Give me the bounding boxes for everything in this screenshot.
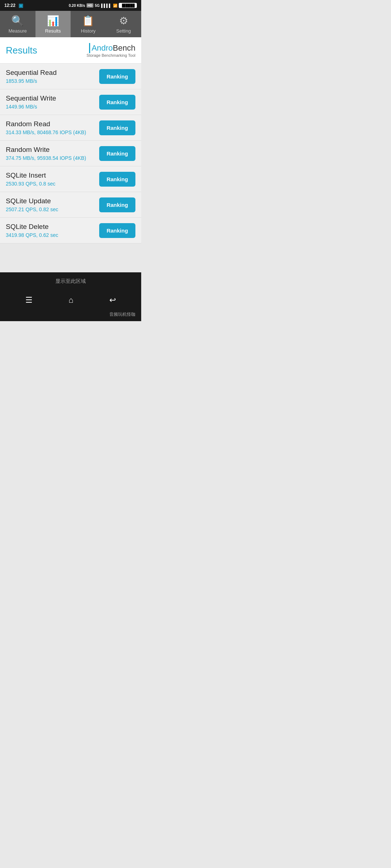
- tab-history-label: History: [81, 28, 96, 34]
- tab-results-label: Results: [45, 28, 61, 34]
- logo: AndroBench Storage Benchmarking Tool: [87, 43, 135, 58]
- result-value: 1449.96 MB/s: [6, 104, 56, 110]
- results-icon: 📊: [47, 16, 59, 26]
- ranking-button-sqlite-delete[interactable]: Ranking: [99, 223, 135, 238]
- result-row-sqlite-update: SQLite Update 2507.21 QPS, 0.82 sec Rank…: [0, 192, 141, 218]
- results-header: Results AndroBench Storage Benchmarking …: [0, 37, 141, 64]
- tab-measure[interactable]: 🔍 Measure: [0, 11, 35, 37]
- bottom-label: 显示至此区域: [0, 272, 141, 290]
- signal-icon: ▌▌▌▌: [101, 4, 111, 8]
- results-title: Results: [6, 45, 37, 56]
- ranking-button-sequential-read[interactable]: Ranking: [99, 69, 135, 84]
- result-value: 1853.95 MB/s: [6, 78, 57, 84]
- ranking-button-sqlite-update[interactable]: Ranking: [99, 197, 135, 212]
- ranking-button-sqlite-insert[interactable]: Ranking: [99, 172, 135, 187]
- ranking-button-random-read[interactable]: Ranking: [99, 120, 135, 135]
- network-speed: 0.20 KB/s: [69, 4, 85, 8]
- nav-menu-icon[interactable]: ☰: [25, 295, 33, 305]
- tab-setting[interactable]: ⚙ Setting: [106, 11, 142, 37]
- result-row-sequential-read: Sequential Read 1853.95 MB/s Ranking: [0, 64, 141, 89]
- tab-results[interactable]: 📊 Results: [35, 11, 71, 37]
- status-time: 12:22 ▣: [4, 3, 23, 8]
- status-icons: 0.20 KB/s HD 5G ▌▌▌▌ 📶 ▐█████: [69, 3, 137, 8]
- logo-subtitle: Storage Benchmarking Tool: [87, 53, 135, 58]
- result-info: Random Write 374.75 MB/s, 95938.54 IOPS …: [6, 146, 86, 161]
- bottom-label-text: 显示至此区域: [55, 278, 86, 284]
- result-value: 374.75 MB/s, 95938.54 IOPS (4KB): [6, 155, 86, 161]
- result-value: 2507.21 QPS, 0.82 sec: [6, 207, 58, 212]
- result-info: SQLite Update 2507.21 QPS, 0.82 sec: [6, 197, 58, 212]
- status-bar: 12:22 ▣ 0.20 KB/s HD 5G ▌▌▌▌ 📶 ▐█████: [0, 0, 141, 11]
- android-nav-bar: ☰ ⌂ ↩: [0, 290, 141, 310]
- result-info: SQLite Delete 3419.98 QPS, 0.62 sec: [6, 223, 58, 238]
- result-value: 2530.93 QPS, 0.8 sec: [6, 181, 55, 187]
- android-nav-label: 音频玩机怪咖: [0, 310, 141, 321]
- logo-bar: [89, 43, 90, 53]
- result-value: 3419.98 QPS, 0.62 sec: [6, 232, 58, 238]
- battery-icon: ▐█████: [119, 3, 137, 8]
- result-name: SQLite Update: [6, 197, 58, 205]
- results-list: Sequential Read 1853.95 MB/s Ranking Seq…: [0, 64, 141, 243]
- nav-back-icon[interactable]: ↩: [109, 295, 116, 305]
- setting-icon: ⚙: [119, 16, 128, 26]
- result-value: 314.33 MB/s, 80468.76 IOPS (4KB): [6, 129, 86, 135]
- result-info: SQLite Insert 2530.93 QPS, 0.8 sec: [6, 171, 55, 187]
- result-name: SQLite Delete: [6, 223, 58, 231]
- android-label-text: 音频玩机怪咖: [109, 312, 135, 317]
- result-name: Sequential Read: [6, 69, 57, 77]
- result-row-sequential-write: Sequential Write 1449.96 MB/s Ranking: [0, 89, 141, 115]
- tab-measure-label: Measure: [8, 28, 27, 34]
- result-name: SQLite Insert: [6, 171, 55, 179]
- result-info: Sequential Read 1853.95 MB/s: [6, 69, 57, 84]
- ranking-button-random-write[interactable]: Ranking: [99, 146, 135, 161]
- history-icon: 📋: [82, 16, 94, 26]
- time-display: 12:22: [4, 3, 16, 8]
- spacer: [0, 243, 141, 272]
- result-info: Sequential Write 1449.96 MB/s: [6, 94, 56, 110]
- result-name: Random Write: [6, 146, 86, 154]
- result-row-random-write: Random Write 374.75 MB/s, 95938.54 IOPS …: [0, 141, 141, 166]
- wifi-icon: 📶: [113, 4, 117, 8]
- result-name: Random Read: [6, 120, 86, 128]
- network-type: 5G: [95, 4, 100, 8]
- result-info: Random Read 314.33 MB/s, 80468.76 IOPS (…: [6, 120, 86, 135]
- result-row-random-read: Random Read 314.33 MB/s, 80468.76 IOPS (…: [0, 115, 141, 141]
- ranking-button-sequential-write[interactable]: Ranking: [99, 95, 135, 110]
- result-row-sqlite-delete: SQLite Delete 3419.98 QPS, 0.62 sec Rank…: [0, 218, 141, 243]
- nav-tabs: 🔍 Measure 📊 Results 📋 History ⚙ Setting: [0, 11, 141, 37]
- tab-history[interactable]: 📋 History: [71, 11, 106, 37]
- tab-setting-label: Setting: [116, 28, 131, 34]
- logo-text: AndroBench: [92, 43, 135, 53]
- result-row-sqlite-insert: SQLite Insert 2530.93 QPS, 0.8 sec Ranki…: [0, 166, 141, 192]
- nav-home-icon[interactable]: ⌂: [68, 295, 73, 305]
- result-name: Sequential Write: [6, 94, 56, 102]
- measure-icon: 🔍: [11, 16, 24, 26]
